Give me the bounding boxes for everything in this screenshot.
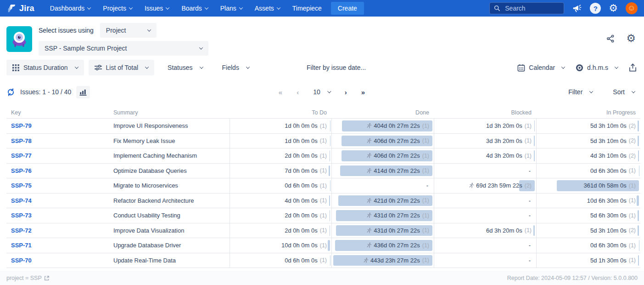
nav-item-assets[interactable]: Assets: [255, 5, 280, 12]
nav-item-boards[interactable]: Boards: [181, 5, 207, 12]
project-row: SSP - Sample Scrum Project: [39, 41, 208, 56]
duration-cell-inprogress[interactable]: 4d 3h 10m 0s (2): [536, 148, 640, 163]
duration-cell-todo[interactable]: 2d 0h 0m 0s (1): [230, 148, 331, 163]
last-page-button[interactable]: »: [361, 88, 365, 96]
duration-cell-inprogress[interactable]: 5d 3h 10m 0s (2): [536, 134, 640, 148]
chevron-down-icon: [246, 65, 250, 68]
column-header-blocked[interactable]: Blocked: [434, 109, 536, 116]
duration-cell-done[interactable]: -: [331, 178, 434, 193]
statuses-dropdown[interactable]: Statuses: [162, 60, 208, 75]
duration-cell-blocked[interactable]: 3d 3h 20m 0s (1): [434, 134, 536, 148]
jira-logo[interactable]: Jira: [6, 4, 34, 13]
duration-cell-done[interactable]: 436d 0h 27m 22s (1): [331, 238, 434, 253]
duration-cell-blocked[interactable]: -: [434, 208, 536, 223]
duration-cell-inprogress[interactable]: 5d 3h 10m 0s (2): [536, 119, 640, 133]
first-page-button[interactable]: «: [279, 88, 283, 96]
jira-logo-icon: [6, 4, 16, 13]
duration-cell-inprogress[interactable]: 5d 3h 10m 0s (2): [536, 223, 640, 238]
issue-key-link[interactable]: SSP-78: [11, 137, 32, 144]
issue-key-link[interactable]: SSP-72: [11, 227, 32, 234]
selector-type-dropdown[interactable]: Project: [100, 23, 157, 38]
calendar-dropdown[interactable]: Calendar: [517, 64, 565, 72]
page-size-dropdown[interactable]: 10: [313, 88, 331, 96]
duration-cell-blocked[interactable]: -: [434, 164, 536, 178]
nav-item-dashboards[interactable]: Dashboards: [50, 5, 91, 12]
share-button[interactable]: [606, 34, 615, 43]
user-avatar[interactable]: ☺: [626, 2, 638, 14]
fields-dropdown[interactable]: Fields: [216, 60, 255, 75]
nav-item-plans[interactable]: Plans: [220, 5, 242, 12]
column-header-key[interactable]: Key: [6, 109, 109, 116]
sort-dropdown[interactable]: Sort: [613, 88, 635, 96]
duration-cell-inprogress[interactable]: 5d 6h 30m 0s (1): [536, 208, 640, 223]
column-header-summary[interactable]: Summary: [109, 109, 230, 116]
duration-cell-todo[interactable]: 2d 0h 0m 0s (1): [230, 208, 331, 223]
duration-cell-blocked[interactable]: -: [434, 194, 536, 208]
duration-cell-done[interactable]: 431d 0h 27m 22s (1): [331, 223, 434, 238]
duration-cell-todo[interactable]: 1d 0h 0m 0s (1): [230, 134, 331, 148]
duration-cell-done[interactable]: 421d 0h 27m 22s (1): [331, 194, 434, 208]
duration-cell-todo[interactable]: 4d 0h 0m 0s (1): [230, 194, 331, 208]
settings-button[interactable]: ⚙: [609, 3, 618, 13]
duration-bar: [329, 195, 330, 206]
open-query-link[interactable]: [44, 275, 50, 281]
duration-cell-done[interactable]: 414d 0h 27m 22s (1): [331, 164, 434, 178]
duration-cell-done[interactable]: 404d 0h 27m 22s (1): [331, 119, 434, 133]
issue-key-link[interactable]: SSP-74: [11, 197, 32, 204]
duration-cell-inprogress[interactable]: 361d 0h 58m 0s (1): [536, 178, 640, 193]
duration-cell-inprogress[interactable]: 0d 6h 30m 0s (1): [536, 164, 640, 178]
duration-cell-blocked[interactable]: 1d 3h 20m 0s (1): [434, 119, 536, 133]
export-button[interactable]: [629, 63, 637, 72]
duration-cell-inprogress[interactable]: 10d 6h 30m 0s (1): [536, 194, 640, 208]
duration-cell-done[interactable]: 406d 0h 27m 22s (1): [331, 134, 434, 148]
column-header-inprogress[interactable]: In Progress: [536, 109, 640, 116]
issue-key-link[interactable]: SSP-79: [11, 122, 32, 129]
search-input[interactable]: [504, 4, 554, 12]
duration-units-dropdown[interactable]: d.h.m.s: [576, 64, 618, 72]
duration-value: 4d 0h 0m 0s: [285, 197, 318, 204]
column-header-todo[interactable]: To Do: [230, 109, 331, 116]
duration-cell-done[interactable]: 443d 23h 27m 22s (1): [331, 253, 434, 268]
help-button[interactable]: ?: [590, 3, 601, 14]
search-box[interactable]: [489, 2, 564, 14]
duration-cell-blocked[interactable]: -: [434, 238, 536, 253]
duration-cell-todo[interactable]: 10d 0h 0m 0s (1): [230, 238, 331, 253]
duration-cell-inprogress[interactable]: 0d 6h 30m 0s (1): [536, 238, 640, 253]
duration-cell-blocked[interactable]: 4d 3h 20m 0s (1): [434, 148, 536, 163]
issue-key-link[interactable]: SSP-71: [11, 242, 32, 249]
create-button[interactable]: Create: [331, 2, 364, 15]
announcement-button[interactable]: [572, 3, 582, 13]
nav-item-projects[interactable]: Projects: [103, 5, 132, 12]
duration-cell-todo[interactable]: 1d 0h 0m 0s (1): [230, 119, 331, 133]
duration-cell-blocked[interactable]: -: [434, 253, 536, 268]
project-dropdown[interactable]: SSP - Sample Scrum Project: [39, 41, 208, 56]
next-page-button[interactable]: ›: [345, 88, 347, 96]
duration-cell-done[interactable]: 406d 0h 27m 22s (1): [331, 148, 434, 163]
duration-cell-todo[interactable]: 2d 0h 0m 0s (1): [230, 223, 331, 238]
duration-cell-blocked[interactable]: 69d 23h 59m 22s (2): [434, 178, 536, 193]
duration-cell-todo[interactable]: 0d 6h 0m 0s (1): [230, 253, 331, 268]
timepiece-app-icon[interactable]: [6, 26, 32, 52]
duration-cell-inprogress[interactable]: 5d 1h 30m 0s (1): [536, 253, 640, 268]
issue-key-link[interactable]: SSP-77: [11, 152, 32, 159]
report-settings-button[interactable]: ⚙: [626, 33, 636, 44]
empty-duration: -: [529, 242, 532, 249]
nav-item-timepiece[interactable]: Timepiece: [292, 5, 322, 12]
duration-cell-todo[interactable]: 0d 6h 0m 0s (1): [230, 178, 331, 193]
issue-key-link[interactable]: SSP-73: [11, 212, 32, 219]
prev-page-button[interactable]: ‹: [297, 88, 299, 96]
column-header-done[interactable]: Done: [331, 109, 434, 116]
issue-key-link[interactable]: SSP-75: [11, 182, 32, 189]
filter-dropdown[interactable]: Filter: [568, 88, 593, 96]
issue-key-link[interactable]: SSP-76: [11, 167, 32, 174]
duration-cell-done[interactable]: 431d 0h 27m 22s (1): [331, 208, 434, 223]
duration-cell-todo[interactable]: 7d 0h 0m 0s (1): [230, 164, 331, 178]
refresh-button[interactable]: [6, 88, 15, 97]
report-type-dropdown[interactable]: Status Duration: [6, 60, 84, 75]
view-type-dropdown[interactable]: List of Total: [89, 60, 155, 75]
issue-date-filter[interactable]: Filter by issue date...: [307, 64, 366, 71]
issue-key-link[interactable]: SSP-70: [11, 257, 32, 264]
chart-view-button[interactable]: [76, 86, 90, 98]
duration-cell-blocked[interactable]: 6d 3h 20m 0s (1): [434, 223, 536, 238]
nav-item-issues[interactable]: Issues: [145, 5, 169, 12]
